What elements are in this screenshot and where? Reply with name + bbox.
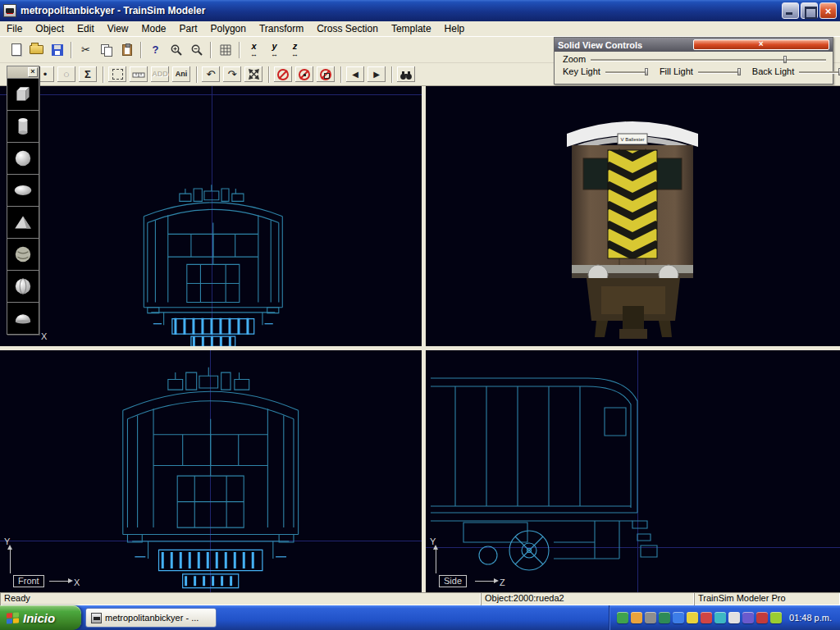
step-forward-button[interactable]: ▶ (367, 66, 386, 83)
zoom-out-icon (190, 43, 203, 57)
menu-file[interactable]: File (0, 22, 29, 35)
back-light-slider[interactable] (799, 68, 840, 75)
measure-button[interactable] (129, 66, 148, 83)
undo-button[interactable]: ↶ (201, 66, 221, 83)
axis-x-lock-button[interactable]: x ↔ (244, 40, 264, 60)
zoom-slider[interactable] (591, 56, 826, 63)
paste-button[interactable] (116, 40, 137, 60)
axis-z-lock-button[interactable]: z ↔ (285, 40, 305, 60)
axis-y-lock-button[interactable]: y ↔ (264, 40, 285, 60)
menu-template[interactable]: Template (385, 22, 438, 35)
sync-icon[interactable] (714, 612, 726, 623)
dome-icon (12, 308, 34, 329)
menu-transform[interactable]: Transform (253, 22, 310, 35)
zoom-slider-thumb[interactable] (783, 56, 787, 63)
zoom-out-button[interactable] (186, 40, 207, 60)
viewport-top-left-front[interactable]: X (0, 86, 422, 346)
shape-ellipsoid-button[interactable] (7, 174, 39, 206)
palette-close-icon[interactable]: × (28, 67, 38, 77)
title-bar[interactable]: metropolitanbickyer - TrainSim Modeler × (0, 0, 840, 21)
axis-y-arrow (436, 547, 436, 573)
power-icon[interactable] (687, 612, 698, 623)
viewport-workspace: X (0, 86, 840, 592)
axis-y-arrow (10, 547, 11, 573)
save-button[interactable] (47, 40, 67, 60)
fill-light-slider[interactable] (698, 68, 741, 75)
shape-cube-button[interactable] (7, 78, 39, 110)
sum-button[interactable]: Σ (78, 66, 98, 83)
textured-sphere-icon (12, 244, 34, 265)
grid-toggle-button[interactable] (215, 40, 235, 60)
shape-textured-sphere-button[interactable] (7, 238, 39, 270)
key-light-slider[interactable] (605, 68, 648, 75)
task-app-icon (91, 613, 102, 623)
player-icon[interactable] (617, 612, 628, 623)
antivirus-icon[interactable] (659, 612, 670, 623)
taskbar-clock[interactable]: 01:48 p.m. (789, 613, 832, 623)
circle-select-button[interactable]: ○ (57, 66, 76, 83)
messenger-icon[interactable] (673, 612, 684, 623)
shape-cylinder-button[interactable] (7, 110, 39, 142)
menu-help[interactable]: Help (438, 22, 472, 35)
viewport-solid-3d[interactable]: V Ballester (426, 86, 840, 346)
solid-view-controls-titlebar[interactable]: Solid View Controls × (555, 38, 833, 52)
open-file-button[interactable] (26, 40, 47, 60)
step-back-button[interactable]: ◀ (345, 66, 365, 83)
axis-z-arrow (475, 581, 496, 582)
hide-points-button[interactable] (294, 66, 314, 83)
prohibition-dot-icon (299, 69, 310, 80)
cut-button[interactable]: ✂ (75, 40, 96, 60)
start-button[interactable]: Inicio (0, 605, 81, 630)
free-transform-button[interactable] (244, 66, 263, 83)
help-button[interactable]: ? (145, 40, 166, 60)
menu-edit[interactable]: Edit (71, 22, 101, 35)
marquee-select-button[interactable] (107, 66, 127, 83)
menu-polygon[interactable]: Polygon (204, 22, 253, 35)
shape-sphere-button[interactable] (7, 142, 39, 174)
axis-indicator: Y Side Z (429, 536, 511, 591)
minimize-button[interactable] (782, 2, 799, 19)
shape-wedge-button[interactable] (7, 206, 39, 238)
update-icon[interactable] (631, 612, 642, 623)
tray-icons (617, 612, 782, 623)
vertical-splitter[interactable] (422, 86, 426, 592)
new-file-button[interactable] (6, 40, 26, 60)
copy-button[interactable] (96, 40, 116, 60)
redo-button[interactable]: ↷ (222, 66, 242, 83)
ruler-icon (132, 68, 145, 81)
palette-header[interactable]: × (7, 66, 39, 78)
taskbar-task-trainsim[interactable]: metropolitanbickyer - ... (85, 608, 217, 628)
sphere-icon (12, 148, 34, 169)
add-mode-button[interactable]: ADD (150, 66, 170, 83)
key-light-thumb[interactable] (645, 68, 648, 75)
maximize-button[interactable] (801, 2, 818, 19)
viewport-name-front: Front (13, 575, 44, 587)
menu-mode[interactable]: Mode (135, 22, 173, 35)
alert-icon[interactable] (701, 612, 712, 623)
close-button[interactable]: × (819, 2, 837, 19)
horizontal-splitter[interactable] (0, 346, 840, 350)
animation-button[interactable]: Ani (171, 66, 191, 83)
separator (239, 42, 240, 58)
viewport-side[interactable]: Y Side Z (426, 350, 840, 592)
volume-icon[interactable] (728, 612, 740, 623)
display-icon[interactable] (742, 612, 754, 623)
network-icon[interactable] (645, 612, 656, 623)
menu-cross-section[interactable]: Cross Section (310, 22, 385, 35)
scheduler-icon[interactable] (770, 612, 782, 623)
hide-selection-button[interactable] (273, 66, 293, 83)
zoom-in-button[interactable] (166, 40, 186, 60)
menu-object[interactable]: Object (29, 22, 71, 35)
shape-dome-button[interactable] (7, 302, 39, 334)
viewport-front[interactable]: Y Front X (0, 350, 422, 592)
hide-polygons-button[interactable] (316, 66, 336, 83)
shape-shaded-sphere-button[interactable] (7, 270, 39, 302)
fill-light-thumb[interactable] (737, 68, 741, 75)
palette-close-icon[interactable]: × (693, 39, 830, 50)
find-button[interactable] (396, 66, 416, 83)
help-icon: ? (153, 44, 159, 55)
double-arrow-icon: ↔ (271, 51, 278, 58)
menu-view[interactable]: View (101, 22, 135, 35)
menu-part[interactable]: Part (173, 22, 204, 35)
security-icon[interactable] (756, 612, 768, 623)
